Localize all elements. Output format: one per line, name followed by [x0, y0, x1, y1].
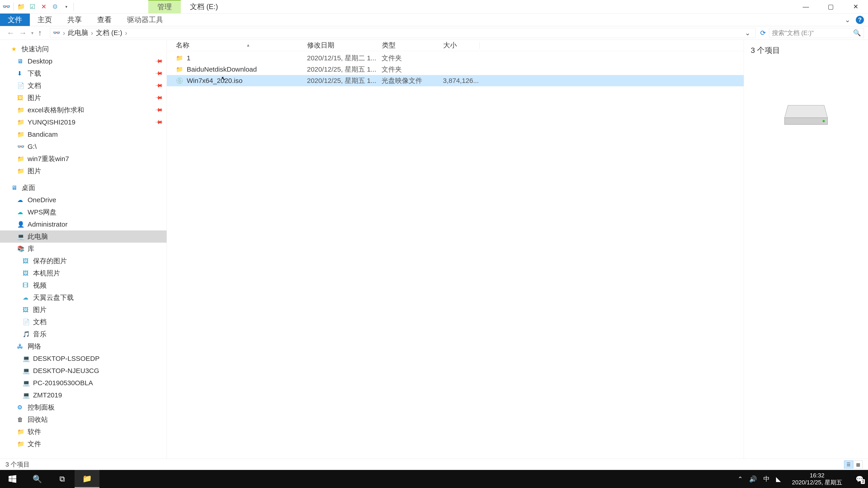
minimize-button[interactable]: — — [794, 0, 818, 13]
column-size[interactable]: 大小 — [443, 41, 479, 50]
tray-overflow-icon[interactable]: ⌃ — [738, 475, 743, 483]
explorer-taskbar-button[interactable]: 📁 — [74, 470, 99, 488]
sidebar-libraries[interactable]: 📚库 — [0, 242, 166, 255]
sidebar-bandicam[interactable]: 📁Bandicam — [0, 128, 166, 140]
chevron-right-icon[interactable]: › — [90, 29, 94, 37]
sidebar-desktop[interactable]: 🖥Desktop📌 — [0, 55, 166, 67]
home-tab[interactable]: 主页 — [30, 13, 60, 26]
sidebar-onedrive[interactable]: ☁OneDrive — [0, 194, 166, 206]
up-button[interactable]: ↑ — [38, 29, 42, 37]
sidebar-gdrive[interactable]: 👓G:\ — [0, 140, 166, 153]
chevron-right-icon[interactable]: › — [124, 29, 129, 37]
maximize-button[interactable]: ▢ — [818, 0, 843, 13]
status-bar: 3 个项目 ☰ ▦ — [0, 459, 868, 470]
qat-delete-icon[interactable]: ✕ — [39, 3, 48, 11]
column-resize[interactable] — [479, 42, 480, 49]
drive-tools-tab[interactable]: 驱动器工具 — [119, 13, 171, 26]
search-icon[interactable]: 🔍 — [853, 29, 861, 37]
sidebar-downloads[interactable]: ⬇下载📌 — [0, 67, 166, 79]
sidebar-recycle[interactable]: 🗑回收站 — [0, 414, 166, 426]
sidebar-network[interactable]: 🖧网络 — [0, 340, 166, 352]
pin-icon: 📌 — [155, 94, 163, 102]
icons-view-button[interactable]: ▦ — [854, 460, 863, 468]
tree-label: 桌面 — [22, 183, 35, 193]
sidebar-videos[interactable]: 🎞视频 — [0, 279, 166, 291]
clock[interactable]: 16:32 2020/12/25, 星期五 — [787, 472, 847, 486]
details-view-button[interactable]: ☰ — [844, 460, 853, 468]
search-button[interactable]: 🔍 — [25, 470, 50, 488]
view-tab[interactable]: 查看 — [90, 13, 119, 26]
sidebar-yunqishi[interactable]: 📁YUNQISHI2019📌 — [0, 116, 166, 128]
breadcrumb-drive[interactable]: 文档 (E:) — [96, 28, 122, 37]
qat-settings-icon[interactable]: ⚙ — [51, 3, 59, 11]
sidebar-saved-pics[interactable]: 🖼保存的图片 — [0, 255, 166, 267]
forward-button[interactable]: → — [19, 29, 27, 37]
history-dropdown-icon[interactable]: ▾ — [31, 30, 33, 36]
qat-checkbox-icon[interactable]: ☑ — [28, 3, 36, 11]
action-center-button[interactable]: 💬 3 — [853, 473, 866, 485]
sidebar-pc3[interactable]: 💻PC-20190530OBLA — [0, 377, 166, 389]
breadcrumb-this-pc[interactable]: 此电脑 — [68, 28, 88, 37]
tray-app-icon[interactable]: ◣ — [776, 475, 781, 483]
navigation-pane[interactable]: ★快速访问 🖥Desktop📌 ⬇下载📌 📄文档📌 🖼图片📌 📁excel表格制… — [0, 40, 167, 459]
sidebar-wps[interactable]: ☁WPS网盘 — [0, 206, 166, 218]
sidebar-pc4[interactable]: 💻ZMT2019 — [0, 389, 166, 401]
file-date: 2020/12/15, 星期二 1... — [307, 54, 381, 63]
refresh-button[interactable]: ⟳ — [757, 29, 769, 37]
start-button[interactable] — [0, 470, 25, 488]
folder-icon: 📁 — [17, 441, 25, 448]
file-tab[interactable]: 文件 — [0, 13, 30, 26]
qat-properties-icon[interactable]: 📁 — [17, 3, 25, 11]
sidebar-camera-roll[interactable]: 🖼本机照片 — [0, 267, 166, 279]
column-label: 名称 — [176, 41, 189, 50]
sidebar-files[interactable]: 📁文件 — [0, 438, 166, 450]
sidebar-tianyi[interactable]: ☁天翼云盘下载 — [0, 291, 166, 304]
breadcrumb[interactable]: 👓 › 此电脑 › 文档 (E:) › ⌄ — [50, 28, 756, 38]
back-button[interactable]: ← — [7, 29, 14, 37]
sidebar-excel[interactable]: 📁excel表格制作求和📌 — [0, 104, 166, 116]
quick-access[interactable]: ★快速访问 — [0, 43, 166, 55]
sidebar-admin[interactable]: 👤Administrator — [0, 218, 166, 230]
task-view-button[interactable]: ⧉ — [50, 470, 74, 488]
column-name[interactable]: 名称▲ — [176, 41, 307, 50]
column-date[interactable]: 修改日期 — [307, 41, 382, 50]
sidebar-win7[interactable]: 📁win7重装win7 — [0, 153, 166, 165]
pin-icon: 📌 — [155, 81, 163, 90]
folder-icon: 📁 — [176, 55, 184, 62]
sidebar-pictures2[interactable]: 📁图片 — [0, 165, 166, 177]
sidebar-pictures[interactable]: 🖼图片📌 — [0, 92, 166, 104]
sidebar-pc2[interactable]: 💻DESKTOP-NJEU3CG — [0, 365, 166, 377]
sidebar-software[interactable]: 📁软件 — [0, 426, 166, 438]
sidebar-pc1[interactable]: 💻DESKTOP-LSSOEDP — [0, 352, 166, 365]
tree-label: 天翼云盘下载 — [33, 293, 74, 302]
help-button[interactable]: ? — [856, 16, 864, 24]
manage-tab[interactable]: 管理 — [148, 0, 181, 13]
volume-icon[interactable]: 🔊 — [749, 475, 757, 483]
main-content: ★快速访问 🖥Desktop📌 ⬇下载📌 📄文档📌 🖼图片📌 📁excel表格制… — [0, 40, 868, 459]
documents-icon: 📄 — [23, 319, 31, 326]
share-tab[interactable]: 共享 — [60, 13, 90, 26]
column-type[interactable]: 类型 — [382, 41, 443, 50]
ribbon-collapse-icon[interactable]: ⌄ — [845, 16, 850, 24]
address-dropdown-icon[interactable]: ⌄ — [743, 29, 753, 37]
search-input[interactable]: 搜索"文档 (E:)" 🔍 — [769, 28, 864, 38]
pc-icon: 💻 — [23, 392, 31, 399]
sidebar-control-panel[interactable]: ⚙控制面板 — [0, 401, 166, 414]
file-row[interactable]: 💿Win7x64_2020.iso2020/12/25, 星期五 1...光盘映… — [167, 75, 744, 86]
sidebar-this-pc[interactable]: 💻此电脑 — [0, 230, 166, 242]
chevron-right-icon[interactable]: › — [61, 29, 66, 37]
title-bar: 👓 📁 ☑ ✕ ⚙ ▾ 管理 文档 (E:) — ▢ ✕ — [0, 0, 868, 13]
iso-file-icon: 💿 — [176, 77, 184, 84]
qat-dropdown-icon[interactable]: ▾ — [62, 3, 70, 11]
sidebar-music[interactable]: 🎵音乐 — [0, 328, 166, 340]
ime-indicator[interactable]: 中 — [763, 475, 770, 483]
item-count: 3 个项目 — [751, 45, 780, 56]
close-button[interactable]: ✕ — [843, 0, 868, 13]
file-row[interactable]: 📁BaiduNetdiskDownload2020/12/25, 星期五 1..… — [167, 64, 744, 75]
sidebar-documents[interactable]: 📄文档📌 — [0, 79, 166, 92]
sidebar-desktop-root[interactable]: 🖥桌面 — [0, 182, 166, 194]
sidebar-documents2[interactable]: 📄文档 — [0, 316, 166, 328]
user-icon: 👤 — [17, 221, 25, 228]
file-row[interactable]: 📁12020/12/15, 星期二 1...文件夹 — [167, 53, 744, 64]
sidebar-pictures3[interactable]: 🖼图片 — [0, 304, 166, 316]
